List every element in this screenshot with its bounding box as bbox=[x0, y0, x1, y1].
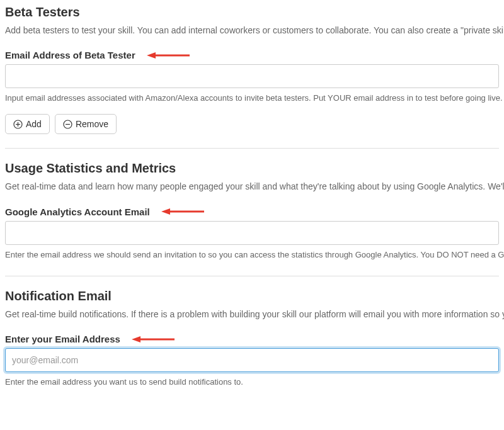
svg-marker-8 bbox=[161, 208, 170, 215]
arrow-icon bbox=[147, 51, 191, 60]
section-desc-beta-testers: Add beta testers to test your skill. You… bbox=[5, 23, 499, 37]
arrow-icon bbox=[132, 335, 176, 344]
field-label-text: Email Address of Beta Tester bbox=[5, 50, 135, 60]
help-text-beta-tester: Input email addresses associated with Am… bbox=[5, 91, 499, 105]
field-label-text: Enter your Email Address bbox=[5, 334, 120, 344]
section-title-usage-stats: Usage Statistics and Metrics bbox=[5, 161, 499, 176]
field-label-text: Google Analytics Account Email bbox=[5, 207, 150, 217]
divider bbox=[5, 148, 499, 149]
notification-email-input[interactable] bbox=[5, 348, 499, 372]
help-text-notification: Enter the email address you want us to s… bbox=[5, 375, 499, 389]
button-row-beta-testers: Add Remove bbox=[5, 114, 499, 134]
field-label-beta-tester-email: Email Address of Beta Tester bbox=[5, 50, 499, 60]
remove-button-label: Remove bbox=[76, 119, 108, 129]
field-label-ga-email: Google Analytics Account Email bbox=[5, 207, 499, 217]
plus-circle-icon bbox=[13, 120, 23, 129]
minus-circle-icon bbox=[63, 120, 72, 129]
section-desc-usage-stats: Get real-time data and learn how many pe… bbox=[5, 179, 499, 193]
section-desc-notification: Get real-time build notifications. If th… bbox=[5, 307, 499, 321]
ga-email-input[interactable] bbox=[5, 221, 499, 245]
section-notification: Notification Email Get real-time build n… bbox=[5, 289, 499, 389]
field-ga-email: Google Analytics Account Email Enter the… bbox=[5, 207, 499, 262]
help-text-ga-email: Enter the email address we should send a… bbox=[5, 248, 499, 262]
section-beta-testers: Beta Testers Add beta testers to test yo… bbox=[5, 5, 499, 134]
add-button-label: Add bbox=[26, 119, 42, 129]
svg-marker-10 bbox=[132, 336, 140, 342]
divider bbox=[5, 276, 499, 276]
field-label-notification-email: Enter your Email Address bbox=[5, 334, 499, 344]
svg-marker-1 bbox=[147, 52, 156, 59]
field-beta-tester-email: Email Address of Beta Tester Input email… bbox=[5, 50, 499, 105]
section-title-notification: Notification Email bbox=[5, 289, 499, 303]
arrow-icon bbox=[161, 207, 205, 216]
remove-button[interactable]: Remove bbox=[55, 114, 117, 134]
section-usage-stats: Usage Statistics and Metrics Get real-ti… bbox=[5, 161, 499, 261]
section-title-beta-testers: Beta Testers bbox=[5, 5, 499, 20]
beta-tester-email-input[interactable] bbox=[5, 64, 499, 88]
field-notification-email: Enter your Email Address Enter the email… bbox=[5, 334, 499, 389]
add-button[interactable]: Add bbox=[5, 114, 50, 134]
